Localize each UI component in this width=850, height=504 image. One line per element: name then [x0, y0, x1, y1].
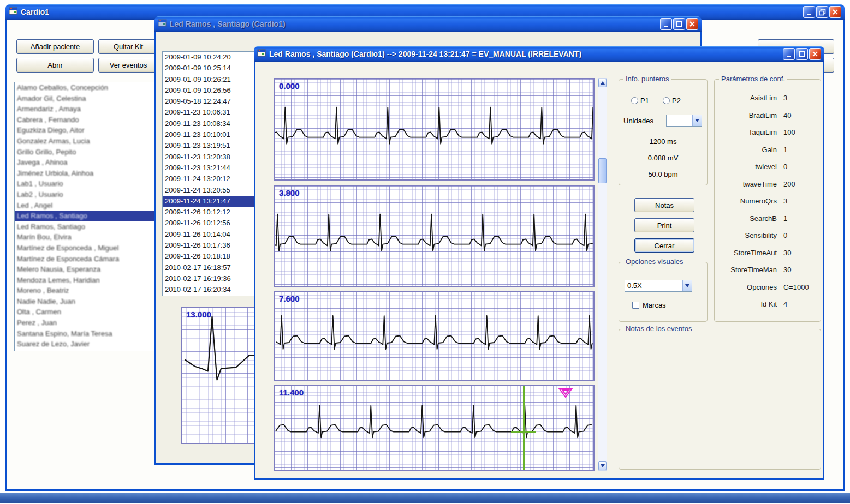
event-row[interactable]: 2009-11-23 10:06:31 [163, 107, 254, 118]
pointer-info-group: Info. punteros P1 P2 Unidades 1200 ms 0.… [619, 79, 708, 185]
event-row[interactable]: 2009-11-26 10:18:18 [163, 251, 254, 262]
app-icon [158, 19, 167, 29]
taskbar-strip [0, 493, 850, 503]
detail-window-titlebar[interactable]: Led Ramos , Santiago (Cardio1) --> 2009-… [254, 46, 824, 62]
close-button[interactable] [686, 18, 698, 30]
param-row: SearchB1 [719, 210, 816, 227]
strip-2-label: 3.800 [279, 188, 300, 197]
pointer-time-value: 1200 ms [619, 137, 707, 146]
minimize-button[interactable] [783, 48, 795, 60]
event-notes-title: Notas de los eventos [623, 325, 694, 333]
event-row[interactable]: 2009-01-09 10:26:56 [163, 85, 254, 96]
close-event-button[interactable]: Cerrar [634, 238, 694, 253]
scroll-up-button[interactable] [598, 79, 607, 87]
combo-arrow-icon[interactable] [692, 115, 702, 126]
pointer-rate-value: 50.0 bpm [619, 170, 707, 178]
add-patient-button[interactable]: Añadir paciente [16, 39, 94, 54]
ecg-strip-1[interactable]: 0.000 [274, 78, 595, 181]
open-button[interactable]: Abrir [16, 58, 94, 73]
event-detail-window: Led Ramos , Santiago (Cardio1) --> 2009-… [254, 46, 824, 480]
main-window-title: Cardio1 [21, 8, 49, 16]
zoom-combo[interactable]: 0.5X [625, 280, 692, 292]
p1-radio[interactable] [631, 97, 638, 104]
param-row: StoreTimeAut30 [719, 244, 816, 262]
p2-radio-label: P2 [672, 97, 681, 105]
event-row[interactable]: 2010-02-17 16:19:36 [163, 273, 254, 284]
param-row: NumeroQrs3 [719, 193, 816, 210]
ecg-strip-3[interactable]: 7.600 [274, 291, 595, 381]
minimize-button[interactable] [803, 6, 815, 18]
event-row[interactable]: 2009-11-26 10:14:04 [163, 229, 254, 240]
scroll-down-button[interactable] [598, 461, 607, 470]
combo-arrow-icon[interactable] [682, 280, 692, 291]
event-list[interactable]: 2009-01-09 10:24:202009-01-09 10:25:1420… [162, 51, 255, 296]
print-button[interactable]: Print [634, 218, 694, 232]
view-events-button[interactable]: Ver eventos [98, 58, 158, 73]
p1-radio-label: P1 [640, 97, 649, 105]
param-row: StoreTimeMan30 [719, 261, 816, 279]
param-row: Id Kit4 [719, 296, 816, 313]
event-row[interactable]: 2010-02-17 16:18:57 [163, 262, 254, 273]
pointer-info-title: Info. punteros [623, 75, 671, 83]
event-row[interactable]: 2009-11-23 10:08:34 [163, 118, 254, 129]
visual-options-title: Opciones visuales [623, 257, 686, 266]
event-row[interactable]: 2009-11-26 10:12:12 [163, 207, 254, 218]
notes-button[interactable]: Notas [634, 198, 694, 212]
events-window-titlebar[interactable]: Led Ramos , Santiago (Cardio1) [154, 16, 702, 32]
events-window-title: Led Ramos , Santiago (Cardio1) [170, 20, 286, 28]
event-row[interactable]: 2010-02-17 16:20:34 [163, 284, 254, 295]
event-notes-group: Notas de los eventos [619, 329, 821, 470]
visual-options-group: Opciones visuales 0.5X Marcas [619, 262, 708, 322]
event-row[interactable]: 2009-11-23 10:10:01 [163, 129, 254, 140]
detail-window-title: Led Ramos , Santiago (Cardio1) --> 2009-… [269, 50, 581, 58]
preview-strip-label: 13.000 [186, 310, 211, 319]
pointer-cursor-crosshair [511, 431, 536, 433]
param-row: Sensibility0 [719, 227, 816, 244]
pointer-amplitude-value: 0.088 mV [619, 154, 707, 162]
param-row: TaquiLim100 [719, 124, 816, 141]
config-params-title: Parámetros de conf. [719, 75, 787, 83]
ecg-strip-4[interactable]: 11.400 [274, 385, 595, 471]
event-row[interactable]: 2009-11-24 13:21:47 [163, 196, 254, 207]
strip-4-label: 11.400 [279, 388, 304, 397]
event-row[interactable]: 2009-11-24 13:20:12 [163, 173, 254, 184]
event-row[interactable]: 2009-05-18 12:24:47 [163, 96, 254, 107]
param-row: BradiLim40 [719, 107, 816, 124]
event-row[interactable]: 2009-01-09 10:24:20 [163, 52, 254, 63]
strip-3-label: 7.600 [279, 294, 300, 303]
restore-button[interactable] [816, 6, 828, 18]
app-icon [9, 7, 17, 17]
event-row[interactable]: 2009-11-26 10:17:36 [163, 240, 254, 251]
units-combo[interactable] [666, 115, 702, 127]
event-row[interactable]: 2009-11-23 13:20:38 [163, 152, 254, 163]
param-row: AsistLim3 [719, 89, 816, 107]
pointer-cursor-line[interactable] [523, 386, 525, 470]
event-row[interactable]: 2009-11-23 13:21:44 [163, 163, 254, 173]
maximize-button[interactable] [796, 48, 808, 60]
scrollbar-thumb[interactable] [598, 158, 607, 183]
p2-radio[interactable] [663, 97, 670, 104]
event-row[interactable]: 2009-01-09 10:26:21 [163, 74, 254, 85]
param-row: OpcionesG=1000 [719, 279, 816, 296]
units-combo-value [667, 115, 692, 126]
event-row[interactable]: 2009-11-26 10:12:56 [163, 218, 254, 229]
ecg-scrollbar[interactable] [598, 78, 607, 471]
ecg-strip-2[interactable]: 3.800 [274, 185, 595, 287]
event-row[interactable]: 2009-11-23 13:19:51 [163, 140, 254, 151]
units-label: Unidades [623, 117, 653, 125]
maximize-button[interactable] [673, 18, 685, 30]
param-row: twaveTime200 [719, 176, 816, 193]
param-row: Gain1 [719, 141, 816, 159]
marks-checkbox[interactable] [632, 302, 639, 309]
param-row: twlevel0 [719, 158, 816, 176]
close-button[interactable] [809, 48, 821, 60]
event-row[interactable]: 2009-11-24 13:20:55 [163, 185, 254, 196]
event-row[interactable]: 2009-01-09 10:25:14 [163, 63, 254, 74]
minimize-button[interactable] [660, 18, 672, 30]
zoom-combo-value: 0.5X [625, 280, 682, 291]
config-params-rows: AsistLim3BradiLim40TaquiLim100Gain1twlev… [719, 89, 816, 317]
marks-checkbox-label: Marcas [643, 301, 666, 309]
remove-kit-button[interactable]: Quitar Kit [98, 39, 158, 54]
close-button[interactable] [829, 6, 841, 18]
strip-1-label: 0.000 [279, 81, 300, 91]
